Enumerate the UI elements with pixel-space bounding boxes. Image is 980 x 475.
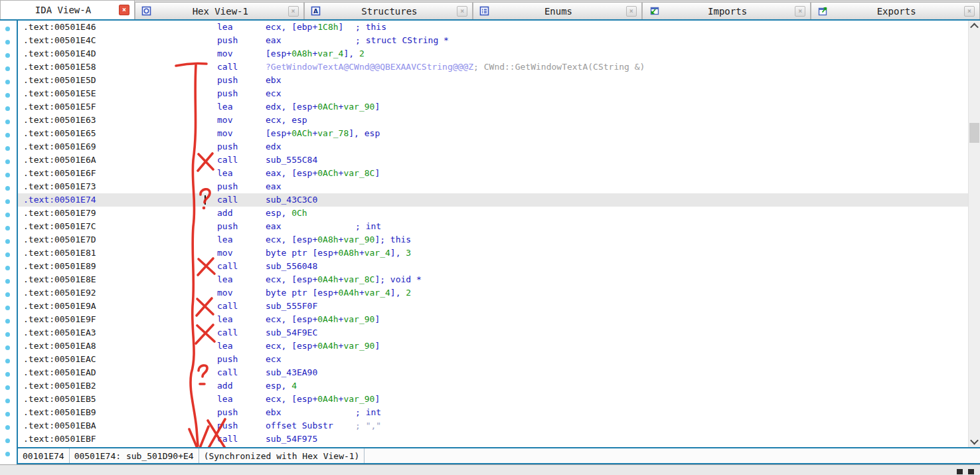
address: .text:00501E5E <box>23 87 217 100</box>
vertical-scrollbar[interactable] <box>968 21 980 447</box>
tab-close-button[interactable]: × <box>288 6 299 17</box>
asm-line[interactable]: .text:00501E9Fleaecx, [esp+0A4h+var_90] <box>18 313 969 326</box>
asm-line[interactable]: .text:00501EBFcallsub_54F975 <box>18 432 969 446</box>
address: .text:00501E8E <box>23 273 217 286</box>
address-value: 00501E69 <box>54 142 96 151</box>
segment-prefix: .text: <box>23 48 54 58</box>
address: .text:00501E5D <box>23 74 217 87</box>
line-dot-icon <box>5 385 10 390</box>
asm-line[interactable]: .text:00501E92movbyte ptr [esp+0A4h+var_… <box>18 286 969 300</box>
asm-line[interactable]: .text:00501E9Acallsub_555F0F <box>18 300 969 313</box>
asm-line[interactable]: .text:00501E63movecx, esp <box>18 114 969 127</box>
line-dot-icon <box>5 438 10 443</box>
operands: ecx <box>266 354 281 364</box>
tab-close-button[interactable]: × <box>964 6 975 17</box>
line-dot-icon <box>5 266 10 270</box>
tab-structures[interactable]: AStructures× <box>304 2 473 19</box>
segment-prefix: .text: <box>23 22 54 32</box>
asm-line[interactable]: .text:00501E7Dleaecx, [esp+0A8h+var_90];… <box>18 233 969 246</box>
tab-exports[interactable]: Exports× <box>811 2 980 19</box>
disassembly-view[interactable]: .text:00501E46leaecx, [ebp+1C8h]; this.t… <box>18 21 980 447</box>
address: .text:00501E4C <box>23 34 217 47</box>
status-address-label: 00501E74: sub_501D90+E4 <box>70 448 199 463</box>
asm-line[interactable]: .text:00501EB2addesp, 4 <box>18 379 969 393</box>
asm-line[interactable]: .text:00501E4Cpusheax; struct CString * <box>18 34 969 47</box>
mnemonic: push <box>217 220 266 233</box>
operands: ecx, [esp+0A8h+var_90] <box>266 233 380 246</box>
address-value: 00501E6F <box>54 168 96 178</box>
segment-prefix: .text: <box>23 274 54 284</box>
asm-line[interactable]: .text:00501EB9pushebx; int <box>18 406 969 419</box>
segment-prefix: .text: <box>23 75 54 85</box>
mnemonic: mov <box>217 127 266 140</box>
operands: sub_54F9EC <box>266 328 317 337</box>
segment-prefix: .text: <box>23 88 54 98</box>
tab-close-button[interactable]: × <box>457 6 467 17</box>
asm-line[interactable]: .text:00501E74callsub_43C3C0 <box>18 193 969 207</box>
address: .text:00501EA3 <box>23 326 217 339</box>
asm-line[interactable]: .text:00501E6Fleaeax, [esp+0ACh+var_8C] <box>18 167 969 180</box>
mnemonic: lea <box>217 100 266 114</box>
asm-line[interactable]: .text:00501E79addesp, 0Ch <box>18 207 969 220</box>
tab-label: Structures <box>322 6 457 17</box>
segment-prefix: .text: <box>23 341 54 351</box>
line-dot-icon <box>5 425 10 430</box>
address: .text:00501E92 <box>23 286 217 300</box>
asm-line[interactable]: .text:00501E5Fleaedx, [esp+0ACh+var_90] <box>18 100 969 114</box>
address-value: 00501E65 <box>54 128 96 138</box>
status-bar: 00101E74 00501E74: sub_501D90+E4 (Synchr… <box>18 447 980 463</box>
asm-line[interactable]: .text:00501E8Eleaecx, [esp+0A4h+var_8C];… <box>18 273 969 286</box>
screen-edge-artifact <box>957 469 963 474</box>
asm-line[interactable]: .text:00501EB5leaecx, [esp+0A4h+var_90] <box>18 393 969 406</box>
line-dot-icon <box>5 40 10 45</box>
asm-line[interactable]: .text:00501EACpushecx <box>18 353 969 366</box>
status-address-value: 00501E74: sub_501D90+E4 <box>74 451 194 461</box>
asm-line[interactable]: .text:00501E89callsub_556048 <box>18 260 969 273</box>
line-dot-icon <box>5 66 10 71</box>
tab-close-button[interactable]: × <box>795 6 805 17</box>
address: .text:00501E5F <box>23 100 217 114</box>
line-dot-icon <box>5 186 10 191</box>
segment-prefix: .text: <box>23 328 54 337</box>
line-dot-icon <box>5 306 10 310</box>
tab-imports[interactable]: Imports× <box>642 2 811 19</box>
asm-line[interactable]: .text:00501EADcallsub_43EA90 <box>18 366 969 379</box>
asm-line[interactable]: .text:00501E4Dmov[esp+0A8h+var_4], 2 <box>18 47 969 60</box>
asm-line[interactable]: .text:00501E5Dpushebx <box>18 74 969 87</box>
tab-close-button[interactable]: × <box>626 6 637 17</box>
segment-prefix: .text: <box>23 62 54 72</box>
scroll-down-button[interactable] <box>969 436 980 447</box>
asm-line[interactable]: .text:00501E7Cpusheax; int <box>18 220 969 233</box>
operands: ebx <box>266 406 355 419</box>
address: .text:00501E9F <box>23 313 217 326</box>
asm-line[interactable]: .text:00501E73pusheax <box>18 180 969 193</box>
asm-line[interactable]: .text:00501E65mov[esp+0ACh+var_78], esp <box>18 127 969 140</box>
asm-line[interactable]: .text:00501E58call?GetWindowTextA@CWnd@@… <box>18 60 969 74</box>
asm-line[interactable]: .text:00501EA8leaecx, [esp+0A4h+var_90] <box>18 339 969 353</box>
asm-line[interactable]: .text:00501EA3callsub_54F9EC <box>18 326 969 339</box>
asm-line[interactable]: .text:00501E5Epushecx <box>18 87 969 100</box>
scrollbar-thumb[interactable] <box>969 123 979 143</box>
asm-line[interactable]: .text:00501EBApushoffset Substr; "," <box>18 419 969 432</box>
segment-prefix: .text: <box>23 301 54 311</box>
tab-hex-view-1[interactable]: Hex View-1× <box>135 2 304 19</box>
address: .text:00501EAC <box>23 353 217 366</box>
mnemonic: call <box>217 193 266 207</box>
segment-prefix: .text: <box>23 155 54 165</box>
tab-ida-view-a[interactable]: IDA View-A× <box>0 0 135 19</box>
asm-line[interactable]: .text:00501E6Acallsub_555C84 <box>18 153 969 167</box>
line-dot-icon <box>5 452 10 456</box>
asm-line[interactable]: .text:00501E46leaecx, [ebp+1C8h]; this <box>18 21 969 34</box>
tab-close-button[interactable]: × <box>119 5 129 15</box>
segment-prefix: .text: <box>23 407 54 417</box>
address-value: 00501E74 <box>54 195 96 205</box>
asm-line[interactable]: .text:00501E69pushedx <box>18 140 969 153</box>
asm-line[interactable]: .text:00501E81movbyte ptr [esp+0A8h+var_… <box>18 246 969 260</box>
address-value: 00501E6A <box>54 155 96 165</box>
scroll-up-button[interactable] <box>969 21 980 32</box>
address-value: 00501E81 <box>54 248 96 258</box>
address-value: 00501E89 <box>54 261 96 271</box>
address-value: 00501E9A <box>54 301 96 311</box>
tab-enums[interactable]: Enums× <box>473 2 642 19</box>
line-dot-icon <box>5 239 10 244</box>
